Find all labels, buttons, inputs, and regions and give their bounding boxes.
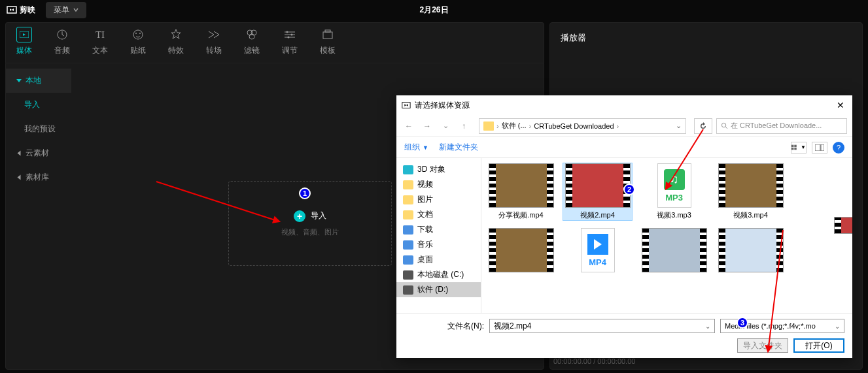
folder-tree-item[interactable]: 文档: [396, 207, 481, 222]
dialog-nav: ← → ⌄ ↑ › 软件 (... › CRTubeGet Downloaded…: [396, 115, 852, 137]
svg-rect-16: [325, 30, 330, 32]
refresh-icon: [699, 122, 707, 130]
file-thumbnail: ♫MP3: [657, 163, 691, 208]
sidebar-item-import[interactable]: 导入: [6, 93, 71, 117]
svg-rect-22: [791, 148, 793, 150]
media-sidebar: 本地 导入 我的预设 云素材 素材库: [6, 63, 71, 369]
toolbar-item[interactable]: 模板: [316, 27, 339, 56]
file-item[interactable]: [640, 228, 708, 275]
filename-input[interactable]: 视频2.mp4 ⌄: [489, 319, 715, 333]
chevron-down-icon: [73, 7, 78, 12]
triangle-right-icon: [18, 175, 21, 180]
dialog-body: 3D 对象视频图片文档下载音乐桌面本地磁盘 (C:)软件 (D:) 分享视频.m…: [396, 158, 852, 313]
app-icon: [402, 101, 411, 110]
folder-tree-item[interactable]: 3D 对象: [396, 162, 481, 177]
toolbar-item[interactable]: 贴纸: [126, 27, 150, 56]
organize-button[interactable]: 组织▼: [404, 142, 428, 153]
folder-tree-item[interactable]: 本地磁盘 (C:): [396, 267, 481, 282]
toolbar-item[interactable]: 转场: [202, 27, 226, 56]
refresh-button[interactable]: [694, 118, 712, 134]
file-name: 视频3.mp3: [657, 210, 691, 220]
toolbar-icon: [168, 27, 184, 42]
sidebar-item-cloud[interactable]: 云素材: [6, 141, 71, 165]
folder-tree-item[interactable]: 下载: [396, 222, 481, 237]
folder-icon: [403, 270, 413, 280]
top-bar: 剪映 菜单 2月26日: [0, 0, 868, 20]
preview-pane-button[interactable]: [812, 142, 827, 154]
file-name: 分享视频.mp4: [498, 210, 543, 220]
file-open-dialog: 请选择媒体资源 ✕ ← → ⌄ ↑ › 软件 (... › CRTubeGet …: [396, 95, 852, 358]
breadcrumb-seg-2[interactable]: CRTubeGet Downloaded: [534, 122, 614, 130]
sidebar-cloud-label: 云素材: [26, 148, 49, 159]
view-mode-button[interactable]: ▼: [791, 142, 807, 154]
file-thumbnail: [489, 228, 554, 272]
file-item[interactable]: MP4: [563, 228, 632, 275]
sidebar-presets-label: 我的预设: [24, 123, 56, 135]
annotation-badge-2: 2: [623, 184, 635, 195]
breadcrumb-seg-1[interactable]: 软件 (...: [502, 121, 527, 131]
file-item[interactable]: [487, 228, 555, 275]
file-thumbnail: [565, 163, 631, 208]
file-item[interactable]: 分享视频.mp4: [487, 163, 555, 220]
menu-button[interactable]: 菜单: [46, 2, 86, 18]
folder-label: 本地磁盘 (C:): [417, 269, 464, 280]
import-folder-button[interactable]: 导入文件夹: [737, 338, 788, 353]
search-placeholder: 在 CRTubeGet Downloade...: [731, 121, 822, 131]
toolbar-item[interactable]: 滤镜: [240, 27, 264, 56]
open-button[interactable]: 打开(O): [793, 338, 844, 353]
file-thumbnail: [718, 228, 784, 272]
sidebar-item-library[interactable]: 素材库: [6, 165, 71, 189]
svg-point-3: [133, 30, 143, 39]
toolbar-label: 模板: [320, 45, 336, 56]
folder-tree-item[interactable]: 视频: [396, 177, 481, 192]
svg-rect-21: [794, 144, 796, 146]
nav-recent-button[interactable]: ⌄: [438, 119, 453, 133]
toolbar-item[interactable]: 音频: [50, 27, 74, 56]
folder-tree-item[interactable]: 图片: [396, 192, 481, 207]
sidebar-item-local[interactable]: 本地: [6, 69, 71, 93]
file-item[interactable]: 视频2.mp4: [563, 163, 632, 220]
toolbar-item[interactable]: 特效: [164, 27, 188, 56]
svg-point-14: [288, 37, 290, 39]
import-plus: + 导入: [294, 210, 326, 222]
toolbar-label: 滤镜: [244, 45, 260, 56]
folder-tree-item[interactable]: 桌面: [396, 252, 481, 267]
breadcrumb[interactable]: › 软件 (... › CRTubeGet Downloaded › ⌄: [479, 118, 686, 134]
file-item[interactable]: 视频3.mp4: [716, 163, 785, 220]
file-item-clipped[interactable]: [834, 217, 852, 234]
folder-tree-item[interactable]: 音乐: [396, 237, 481, 252]
folder-label: 桌面: [417, 254, 433, 265]
folder-tree-item[interactable]: 软件 (D:): [396, 282, 481, 297]
nav-forward-button[interactable]: →: [420, 119, 434, 133]
new-folder-button[interactable]: 新建文件夹: [439, 142, 478, 153]
file-thumbnail: [489, 163, 554, 208]
svg-rect-25: [821, 144, 824, 151]
close-button[interactable]: ✕: [834, 99, 847, 112]
import-label: 导入: [311, 210, 326, 221]
nav-up-button[interactable]: ↑: [457, 119, 471, 133]
toolbar-icon: [206, 27, 222, 42]
nav-back-button[interactable]: ←: [402, 119, 416, 133]
sidebar-item-presets[interactable]: 我的预设: [6, 117, 71, 141]
svg-rect-20: [791, 144, 793, 146]
annotation-badge-3: 3: [737, 317, 748, 329]
file-item[interactable]: ♫MP3视频3.mp3: [640, 163, 708, 220]
filename-label: 文件名(N):: [447, 321, 484, 332]
toolbar-item[interactable]: TI文本: [88, 27, 112, 56]
svg-point-12: [286, 31, 288, 33]
search-input[interactable]: 在 CRTubeGet Downloade...: [716, 118, 847, 134]
help-button[interactable]: ?: [833, 142, 844, 154]
toolbar-label: 文本: [92, 45, 108, 56]
toolbar-item[interactable]: 媒体: [12, 27, 36, 56]
svg-point-18: [721, 123, 725, 127]
file-item[interactable]: [716, 228, 785, 275]
file-thumbnail: [642, 228, 707, 272]
app-name: 剪映: [20, 5, 35, 16]
file-name: 视频3.mp4: [733, 210, 768, 220]
toolbar-label: 调节: [282, 45, 298, 56]
toolbar-item[interactable]: 调节: [278, 27, 302, 56]
toolbar-label: 特效: [168, 45, 184, 56]
folder-label: 图片: [417, 194, 433, 205]
toolbar-label: 媒体: [16, 45, 32, 56]
toolbar-label: 贴纸: [130, 45, 146, 56]
